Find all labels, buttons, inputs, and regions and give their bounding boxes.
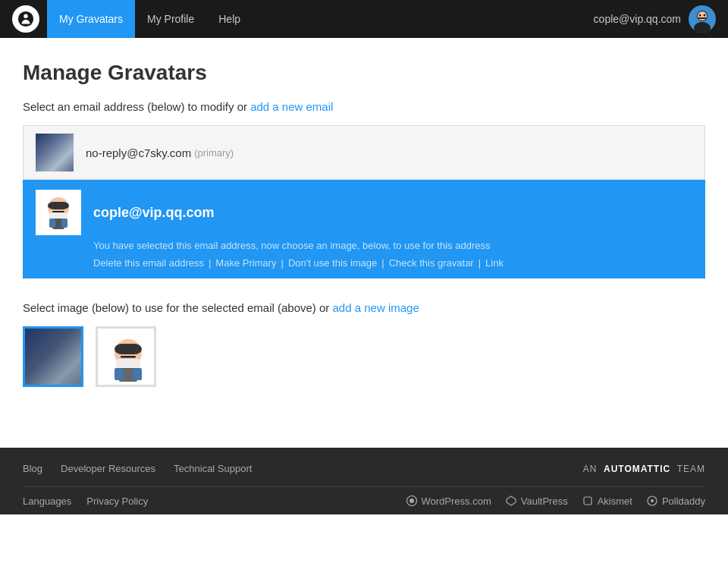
check-gravatar-link[interactable]: Check this gravatar [389,257,474,269]
email-selected-desc: You have selected this email address, no… [93,240,490,251]
footer-languages-link[interactable]: Languages [23,495,71,507]
main-content: Manage Gravatars Select an email address… [0,38,728,417]
image-select-prefix: Select image (below) to use for the sele… [23,301,333,314]
avatar[interactable] [689,5,716,33]
page-title: Manage Gravatars [23,61,705,85]
footer-brand-prefix: AN [583,464,598,474]
image-section-label: Select image (below) to use for the sele… [23,301,705,314]
email-list: no-reply@c7sky.com(primary) [23,125,705,278]
sep2: | [281,257,284,269]
email-actions: Delete this email address | Make Primary… [93,257,504,269]
footer-links-row: Blog Developer Resources Technical Suppo… [23,463,705,474]
footer: Blog Developer Resources Technical Suppo… [0,448,728,514]
footer-brand-suffix: TEAM [677,464,705,474]
nav-my-profile[interactable]: My Profile [135,0,206,38]
footer-brand: AN AUTOMATTIC TEAM [583,464,705,474]
user-info: cople@vip.qq.com [594,5,716,33]
footer-blog-link[interactable]: Blog [23,463,42,474]
svg-point-34 [410,499,414,503]
svg-rect-29 [115,344,142,354]
svg-rect-20 [61,219,67,228]
nav-my-gravatars[interactable]: My Gravatars [47,0,135,38]
wordpress-icon [406,495,418,507]
svg-rect-32 [133,368,142,380]
main-nav: My Gravatars My Profile Help [47,0,594,38]
footer-brand-name: AUTOMATTIC [604,464,670,474]
email-thumb-no-reply [36,134,74,171]
add-new-email-link[interactable]: add a new email [250,100,333,113]
email-row-top: cople@vip.qq.com [36,190,692,235]
link-link[interactable]: Link [485,257,504,269]
user-email: cople@vip.qq.com [594,13,681,25]
cartoon-avatar-big [98,329,156,387]
footer-polldaddy-link[interactable]: Polldaddy [646,495,705,507]
email-primary-tag: (primary) [194,147,234,159]
email-select-prefix: Select an email address (below) to modif… [23,100,250,113]
add-new-image-link[interactable]: add a new image [333,301,419,314]
image-list [23,326,705,387]
footer-privacy-policy-link[interactable]: Privacy Policy [86,495,148,507]
email-thumb-cople [36,190,81,235]
footer-wordpress-link[interactable]: WordPress.com [406,495,491,507]
nav-help[interactable]: Help [206,0,253,38]
footer-partner-links: WordPress.com VaultPress Akismet Polldad… [406,495,705,507]
svg-rect-19 [49,219,55,228]
image-thumb-abstract[interactable] [23,326,83,387]
svg-point-8 [704,14,706,17]
sep4: | [479,257,481,269]
email-row-no-reply[interactable]: no-reply@c7sky.com(primary) [23,125,705,180]
email-select-label: Select an email address (below) to modif… [23,100,705,113]
footer-technical-support-link[interactable]: Technical Support [174,463,252,474]
footer-vaultpress-link[interactable]: VaultPress [505,495,568,507]
footer-secondary-links: Languages Privacy Policy [23,495,148,507]
email-row-cople[interactable]: cople@vip.qq.com You have selected this … [23,180,705,278]
make-primary-link[interactable]: Make Primary [215,257,276,269]
svg-rect-17 [48,202,69,209]
svg-rect-36 [584,497,592,505]
svg-rect-31 [115,368,124,380]
akismet-icon [582,495,594,507]
svg-point-5 [698,11,707,20]
footer-vaultpress-label: VaultPress [521,495,568,507]
footer-polldaddy-label: Polldaddy [662,495,705,507]
svg-point-0 [18,11,33,27]
svg-rect-28 [121,356,136,358]
svg-rect-16 [52,211,64,212]
footer-akismet-link[interactable]: Akismet [582,495,632,507]
vaultpress-icon [505,495,517,507]
footer-wordpress-label: WordPress.com [422,495,491,507]
delete-email-link[interactable]: Delete this email address [93,257,204,269]
email-address-no-reply: no-reply@c7sky.com [86,146,191,159]
svg-point-1 [24,14,28,18]
svg-point-7 [699,14,701,17]
footer-akismet-label: Akismet [598,495,632,507]
svg-point-38 [651,499,654,502]
dont-use-image-link[interactable]: Don't use this image [288,257,377,269]
footer-links: Blog Developer Resources Technical Suppo… [23,463,252,474]
image-thumb-cartoon[interactable] [96,326,156,387]
gravatar-logo[interactable] [12,5,39,33]
svg-marker-35 [507,496,516,505]
footer-bottom: Languages Privacy Policy WordPress.com V… [23,486,705,507]
header: My Gravatars My Profile Help cople@vip.q… [0,0,728,38]
svg-rect-6 [698,17,706,19]
footer-developer-resources-link[interactable]: Developer Resources [61,463,155,474]
cartoon-avatar-thumb [36,190,81,235]
sep3: | [381,257,384,269]
sep1: | [209,257,211,269]
polldaddy-icon [646,495,658,507]
email-address-cople: cople@vip.qq.com [93,205,215,221]
